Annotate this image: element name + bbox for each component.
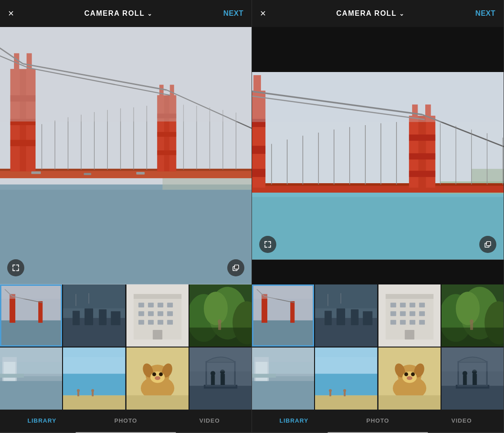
tab-library-left[interactable]: LIBRARY <box>0 417 84 426</box>
svg-rect-214 <box>252 347 314 362</box>
close-button-left[interactable]: × <box>8 9 14 18</box>
thumb-building-right <box>378 284 441 347</box>
svg-rect-197 <box>410 320 415 325</box>
thumb-beach-left <box>63 347 125 410</box>
multi-select-button-right[interactable] <box>479 236 496 253</box>
svg-rect-194 <box>419 311 425 316</box>
svg-rect-212 <box>256 362 268 381</box>
thumb-landscape-right <box>252 347 314 410</box>
expand-button-right[interactable] <box>259 236 276 253</box>
svg-point-83 <box>204 291 228 325</box>
svg-point-86 <box>217 319 221 323</box>
thumb-2-left[interactable] <box>126 284 189 347</box>
svg-line-173 <box>265 296 295 302</box>
tab-library-right[interactable]: LIBRARY <box>252 417 336 426</box>
close-button-right[interactable]: × <box>260 9 266 18</box>
thumb-0-right[interactable] <box>252 284 314 347</box>
svg-point-99 <box>77 389 80 392</box>
preview-area-right <box>252 27 504 284</box>
svg-rect-53 <box>0 284 62 299</box>
thumb-building-left <box>126 284 189 347</box>
svg-rect-140 <box>409 135 435 141</box>
thumb-1-left[interactable] <box>63 284 125 347</box>
svg-rect-195 <box>390 320 396 325</box>
thumb-silhouette-right <box>441 347 504 410</box>
svg-rect-75 <box>148 320 153 325</box>
svg-point-110 <box>159 372 163 376</box>
svg-rect-133 <box>252 146 266 154</box>
svg-rect-198 <box>419 320 425 325</box>
svg-line-51 <box>5 289 13 296</box>
svg-rect-193 <box>410 311 415 316</box>
thumb-beach-right <box>315 347 377 410</box>
tab-video-left[interactable]: VIDEO <box>168 417 252 426</box>
svg-rect-97 <box>63 395 125 410</box>
tab-photo-right[interactable]: PHOTO <box>336 417 419 426</box>
svg-rect-78 <box>153 330 162 339</box>
tab-photo-left[interactable]: PHOTO <box>84 417 167 426</box>
thumb-4-right[interactable] <box>252 347 314 410</box>
svg-rect-141 <box>409 153 435 159</box>
svg-rect-65 <box>133 294 181 299</box>
svg-rect-171 <box>290 301 295 323</box>
tab-video-right[interactable]: VIDEO <box>420 417 504 426</box>
thumb-gg-right <box>252 284 314 347</box>
svg-rect-180 <box>363 311 373 325</box>
thumb-plants-left <box>189 284 252 347</box>
thumb-2-right[interactable] <box>378 284 441 347</box>
title-area-right[interactable]: CAMERA ROLL ⌄ <box>336 9 405 18</box>
thumb-4-left[interactable] <box>0 347 62 410</box>
thumb-landscape-left <box>0 347 62 410</box>
svg-rect-43 <box>84 173 91 175</box>
svg-rect-70 <box>138 311 144 316</box>
svg-rect-18 <box>157 132 176 136</box>
thumb-dog-right <box>378 347 441 410</box>
svg-rect-235 <box>441 386 504 410</box>
thumb-5-left[interactable] <box>63 347 125 410</box>
chevron-icon-left: ⌄ <box>147 10 153 17</box>
next-button-right[interactable]: NEXT <box>475 9 495 18</box>
svg-rect-186 <box>385 294 433 299</box>
thumb-plants-right <box>441 284 504 347</box>
thumb-1-right[interactable] <box>315 284 377 347</box>
panel-left: × CAMERA ROLL ⌄ NEXT <box>0 0 252 433</box>
bottom-tabs-right: LIBRARY PHOTO VIDEO <box>252 410 504 433</box>
svg-point-230 <box>404 372 408 376</box>
svg-rect-168 <box>252 284 314 347</box>
thumb-3-right[interactable] <box>441 284 504 347</box>
svg-point-231 <box>411 372 415 376</box>
header-right: × CAMERA ROLL ⌄ NEXT <box>252 0 504 27</box>
bottom-tabs-left: LIBRARY PHOTO VIDEO <box>0 410 252 433</box>
preview-area-left <box>0 27 252 284</box>
svg-rect-41 <box>0 27 252 122</box>
thumb-silhouette-left <box>189 347 252 410</box>
svg-point-220 <box>329 389 332 392</box>
thumb-marina-right <box>315 284 377 347</box>
thumb-6-right[interactable] <box>378 347 441 410</box>
multi-select-button-left[interactable] <box>227 259 244 276</box>
svg-rect-189 <box>410 302 415 307</box>
svg-rect-221 <box>344 392 346 397</box>
multi-select-icon-left <box>232 264 240 272</box>
panel-right: × CAMERA ROLL ⌄ NEXT <box>252 0 504 433</box>
thumb-7-left[interactable] <box>189 347 252 410</box>
thumb-5-right[interactable] <box>315 347 377 410</box>
next-button-left[interactable]: NEXT <box>223 9 243 18</box>
thumb-6-left[interactable] <box>126 347 189 410</box>
svg-rect-121 <box>189 347 252 371</box>
svg-rect-67 <box>148 302 153 307</box>
title-area-left[interactable]: CAMERA ROLL ⌄ <box>84 9 153 18</box>
svg-point-204 <box>456 291 480 325</box>
thumb-7-right[interactable] <box>441 347 504 410</box>
thumb-dog-left <box>126 347 189 410</box>
svg-rect-98 <box>77 392 79 397</box>
expand-button-left[interactable] <box>7 259 24 276</box>
thumb-3-left[interactable] <box>189 284 252 347</box>
thumb-0-left[interactable] <box>0 284 62 347</box>
svg-rect-217 <box>315 374 377 395</box>
svg-rect-165 <box>252 72 504 122</box>
svg-rect-85 <box>218 323 221 330</box>
svg-rect-134 <box>252 169 266 177</box>
svg-rect-233 <box>378 395 441 410</box>
svg-rect-71 <box>148 311 153 316</box>
